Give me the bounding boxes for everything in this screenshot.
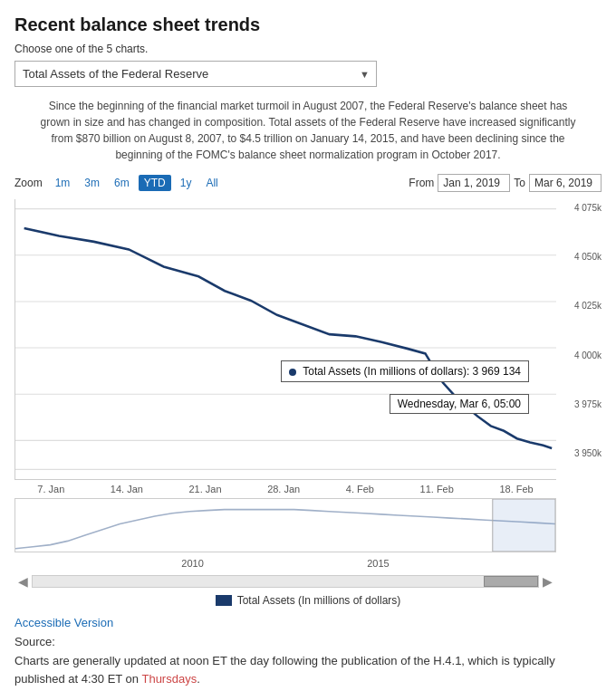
- x-label-6: 11. Feb: [420, 484, 454, 494]
- timestamp-text: Wednesday, Mar 6, 05:00: [398, 398, 521, 410]
- minimap: [14, 498, 556, 552]
- minimap-year-labels: 2010 2015: [14, 558, 556, 569]
- minimap-year-2010: 2010: [181, 558, 203, 569]
- x-label-4: 28. Jan: [267, 484, 300, 494]
- chart-controls: Zoom 1m 3m 6m YTD 1y All From To: [14, 174, 602, 192]
- chart-selector[interactable]: Total Assets of the Federal ReserveSecur…: [14, 61, 377, 87]
- tooltip-box: Total Assets (In millions of dollars): 3…: [281, 360, 529, 382]
- y-label-6: 3 950k: [558, 448, 602, 458]
- footer-note-part2: .: [197, 672, 200, 686]
- zoom-1m-button[interactable]: 1m: [50, 175, 76, 191]
- scroll-left-arrow-icon[interactable]: ◀: [14, 574, 32, 589]
- accessible-version-link[interactable]: Accessible Version: [14, 616, 602, 629]
- y-label-3: 4 025k: [558, 301, 602, 311]
- scroll-right-arrow-icon[interactable]: ▶: [539, 574, 556, 589]
- minimap-year-2015: 2015: [367, 558, 389, 569]
- y-label-2: 4 050k: [558, 252, 602, 262]
- y-label-5: 3 975k: [558, 399, 602, 409]
- zoom-label: Zoom: [14, 177, 43, 189]
- x-label-3: 21. Jan: [188, 484, 221, 494]
- date-range: From To: [409, 174, 602, 192]
- from-label: From: [409, 177, 434, 189]
- zoom-6m-button[interactable]: 6m: [109, 175, 135, 191]
- footer-note-thursdays: Thursdays: [141, 672, 197, 686]
- zoom-3m-button[interactable]: 3m: [79, 175, 105, 191]
- x-label-5: 4. Feb: [346, 484, 374, 494]
- zoom-all-button[interactable]: All: [200, 175, 223, 191]
- tooltip-text: Total Assets (In millions of dollars): 3…: [303, 365, 521, 378]
- to-date-input[interactable]: [529, 174, 602, 192]
- chart-selector-wrapper[interactable]: Total Assets of the Federal ReserveSecur…: [14, 61, 377, 87]
- footer-note: Charts are generally updated at noon ET …: [14, 652, 602, 687]
- choose-label: Choose one of the 5 charts.: [14, 43, 602, 55]
- chart-description: Since the beginning of the financial mar…: [14, 98, 602, 163]
- minimap-footer: 2010 2015 ◀ ▶: [14, 558, 602, 589]
- y-label-1: 4 075k: [558, 203, 602, 213]
- legend-color-swatch: [216, 595, 232, 606]
- zoom-ytd-button[interactable]: YTD: [139, 175, 171, 191]
- source-label: Source:: [14, 635, 602, 648]
- scroll-thumb[interactable]: [484, 576, 538, 587]
- x-label-7: 18. Feb: [499, 484, 533, 494]
- from-date-input[interactable]: [438, 174, 510, 192]
- main-chart: Total Assets (In millions of dollars): 3…: [14, 199, 556, 480]
- scroll-track[interactable]: [32, 575, 539, 588]
- chart-legend: Total Assets (In millions of dollars): [14, 594, 602, 607]
- x-label-2: 14. Jan: [111, 484, 143, 494]
- y-axis-labels: 4 075k 4 050k 4 025k 4 000k 3 975k 3 950…: [558, 199, 602, 462]
- footer-note-part1: Charts are generally updated at noon ET …: [14, 654, 555, 686]
- legend-label: Total Assets (In millions of dollars): [237, 594, 401, 607]
- page-title: Recent balance sheet trends: [14, 14, 602, 35]
- to-label: To: [514, 177, 525, 189]
- zoom-1y-button[interactable]: 1y: [175, 175, 197, 191]
- x-axis-labels: 7. Jan 14. Jan 21. Jan 28. Jan 4. Feb 11…: [14, 480, 602, 494]
- y-label-4: 4 000k: [558, 350, 602, 360]
- minimap-scrollbar[interactable]: ◀ ▶: [14, 574, 556, 589]
- tooltip-dot: [289, 369, 296, 376]
- x-label-1: 7. Jan: [37, 484, 64, 494]
- timestamp-box: Wednesday, Mar 6, 05:00: [390, 394, 529, 414]
- svg-rect-7: [493, 499, 555, 552]
